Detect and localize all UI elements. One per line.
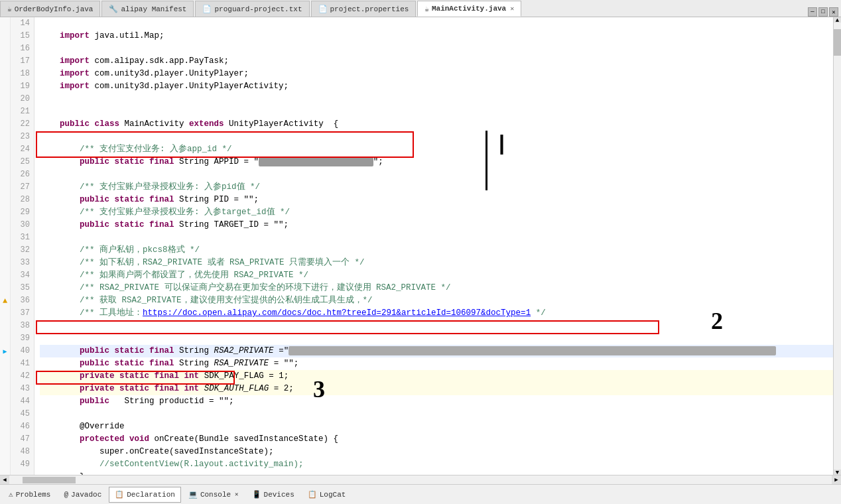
code-line-49: } bbox=[40, 471, 833, 475]
tab-orderbodyinfo[interactable]: ☕ OrderBodyInfo.java bbox=[0, 1, 100, 17]
tab-project-properties[interactable]: 📄 project.properties bbox=[311, 1, 417, 17]
tab-label: alipay Manifest bbox=[121, 5, 186, 13]
editor-area: ▲ ▶ 14 15 16 17 18 19 20 21 22 23 24 25 … bbox=[0, 17, 841, 475]
code-line-46: protected void onCreate(Bundle savedInst… bbox=[40, 433, 833, 446]
code-line-27: public static final String PID = ""; bbox=[40, 194, 833, 206]
tab-bar: ☕ OrderBodyInfo.java 🔧 alipay Manifest 📄… bbox=[0, 0, 841, 17]
tab-logcat-label: LogCat bbox=[320, 491, 346, 499]
bookmark-icon: ▶ bbox=[0, 345, 10, 357]
scroll-thumb-v[interactable] bbox=[834, 29, 841, 56]
tab-close-button[interactable]: ✕ bbox=[510, 5, 514, 13]
logcat-icon: 📋 bbox=[308, 490, 317, 499]
scroll-thumb-h[interactable] bbox=[23, 477, 76, 483]
tab-devices[interactable]: 📱 Devices bbox=[246, 487, 300, 503]
code-line-47: super.onCreate(savedInstanceState); bbox=[40, 446, 833, 458]
code-line-39: public static final String RSA2_PRIVATE … bbox=[40, 345, 833, 357]
java-icon: ☕ bbox=[7, 5, 12, 13]
java-active-icon: ☕ bbox=[424, 5, 429, 13]
manifest-icon: 🔧 bbox=[109, 5, 118, 13]
code-line-20 bbox=[40, 105, 833, 118]
code-line-23: /** 支付宝支付业务: 入参app_id */ bbox=[40, 143, 833, 156]
vertical-scrollbar[interactable]: ▲ ▼ bbox=[833, 17, 841, 475]
code-line-14 bbox=[40, 17, 833, 30]
ide-window: ☕ OrderBodyInfo.java 🔧 alipay Manifest 📄… bbox=[0, 0, 841, 504]
tab-declaration-label: Declaration bbox=[127, 491, 175, 499]
console-icon: 💻 bbox=[188, 490, 198, 499]
properties-icon: 📄 bbox=[318, 5, 328, 13]
code-content[interactable]: | 2 3 import java.util.Map; import com.a… bbox=[34, 17, 833, 475]
tab-problems-label: Problems bbox=[16, 491, 51, 499]
code-line-18: import com.unity3d.player.UnityPlayerAct… bbox=[40, 80, 833, 93]
code-line-37 bbox=[40, 320, 833, 332]
code-line-22 bbox=[40, 131, 833, 143]
tab-console-label: Console bbox=[200, 491, 231, 499]
code-line-43: public String productid = ""; bbox=[40, 395, 833, 408]
left-gutter: ▲ ▶ bbox=[0, 17, 11, 475]
javadoc-icon: @ bbox=[64, 491, 68, 499]
tab-javadoc-label: Javadoc bbox=[71, 491, 101, 499]
code-line-35: /** 获取 RSA2_PRIVATE，建议使用支付宝提供的公私钥生成工具生成，… bbox=[40, 294, 833, 307]
code-line-44 bbox=[40, 408, 833, 420]
code-line-36: /** 工具地址：https://doc.open.alipay.com/doc… bbox=[40, 307, 833, 320]
problems-icon: ⚠ bbox=[9, 490, 13, 499]
code-line-30 bbox=[40, 231, 833, 244]
code-line-45: @Override bbox=[40, 420, 833, 433]
code-line-29: public static final String TARGET_ID = "… bbox=[40, 219, 833, 231]
code-line-33: /** 如果商户两个都设置了，优先使用 RSA2_PRIVATE */ bbox=[40, 269, 833, 282]
code-line-31: /** 商户私钥，pkcs8格式 */ bbox=[40, 244, 833, 257]
code-line-42: private static final int SDK_AUTH_FLAG =… bbox=[40, 383, 833, 395]
tab-label: OrderBodyInfo.java bbox=[15, 5, 94, 13]
code-line-41: private static final int SDK_PAY_FLAG = … bbox=[40, 370, 833, 383]
code-line-48: //setContentView(R.layout.activity_main)… bbox=[40, 458, 833, 471]
minimize-button[interactable]: — bbox=[808, 7, 817, 17]
warning-icon: ▲ bbox=[0, 294, 10, 307]
code-line-38 bbox=[40, 332, 833, 345]
code-line-19 bbox=[40, 93, 833, 105]
bottom-panel: ⚠ Problems @ Javadoc 📋 Declaration 💻 Con… bbox=[0, 484, 841, 504]
code-line-15: import java.util.Map; bbox=[40, 30, 833, 42]
tab-mainactivity[interactable]: ☕ MainActivity.java ✕ bbox=[417, 1, 521, 17]
code-line-26: /** 支付宝账户登录授权业务: 入参pid值 */ bbox=[40, 181, 833, 194]
devices-icon: 📱 bbox=[252, 490, 261, 499]
horizontal-scrollbar[interactable]: ◀ ▶ bbox=[0, 475, 841, 484]
code-line-16b: import com.alipay.sdk.app.PayTask; bbox=[40, 55, 833, 68]
tab-label: proguard-project.txt bbox=[214, 5, 302, 13]
tab-declaration[interactable]: 📋 Declaration bbox=[109, 487, 181, 503]
code-line-24: public static final String APPID = " "; bbox=[40, 156, 833, 168]
line-numbers: 14 15 16 17 18 19 20 21 22 23 24 25 26 2… bbox=[11, 17, 34, 475]
tab-problems[interactable]: ⚠ Problems bbox=[3, 487, 56, 503]
tab-label: MainActivity.java bbox=[432, 5, 506, 13]
txt-icon: 📄 bbox=[202, 5, 212, 13]
code-line-25 bbox=[40, 168, 833, 181]
tab-devices-label: Devices bbox=[264, 491, 294, 499]
code-line-32: /** 如下私钥，RSA2_PRIVATE 或者 RSA_PRIVATE 只需要… bbox=[40, 257, 833, 269]
tab-proguard[interactable]: 📄 proguard-project.txt bbox=[195, 1, 309, 17]
tab-javadoc[interactable]: @ Javadoc bbox=[58, 487, 107, 503]
tab-logcat[interactable]: 📋 LogCat bbox=[302, 487, 352, 503]
code-line-34: /** RSA2_PRIVATE 可以保证商户交易在更加安全的环境下进行，建议使… bbox=[40, 282, 833, 294]
tab-alipay-manifest[interactable]: 🔧 alipay Manifest bbox=[101, 1, 194, 17]
code-line-16 bbox=[40, 42, 833, 55]
tab-label: project.properties bbox=[330, 5, 409, 13]
code-line-40: public static final String RSA_PRIVATE =… bbox=[40, 357, 833, 370]
maximize-button[interactable]: □ bbox=[818, 7, 828, 17]
tab-console[interactable]: 💻 Console ✕ bbox=[182, 487, 245, 503]
declaration-icon: 📋 bbox=[115, 490, 124, 499]
code-line-28: /** 支付宝账户登录授权业务: 入参target_id值 */ bbox=[40, 206, 833, 219]
close-button[interactable]: ✕ bbox=[829, 7, 838, 17]
code-line-21: public class MainActivity extends UnityP… bbox=[40, 118, 833, 131]
code-line-17: import com.unity3d.player.UnityPlayer; bbox=[40, 68, 833, 80]
